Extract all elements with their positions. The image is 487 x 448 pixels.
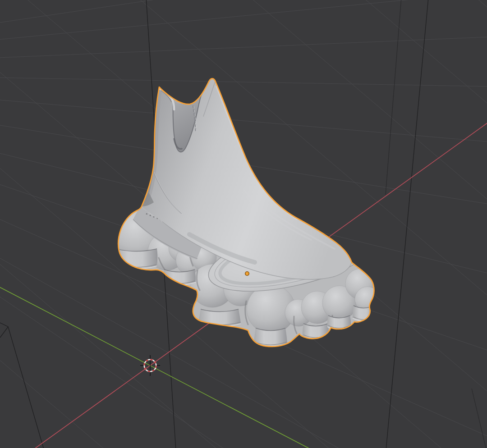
viewport-canvas[interactable] xyxy=(0,0,487,448)
object-origin xyxy=(245,271,249,276)
object-origin-icon xyxy=(246,272,249,275)
viewport[interactable] xyxy=(0,0,487,448)
